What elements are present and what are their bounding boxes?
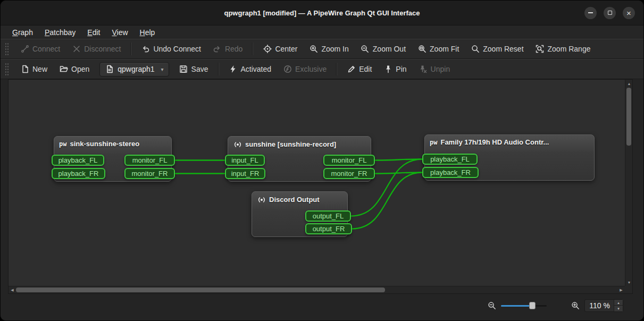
port-family-hd-audio-playback_FL[interactable]: playback_FL [422,154,478,165]
scroll-down-arrow[interactable]: ▼ [625,278,633,286]
center-icon [263,45,272,54]
scroll-right-arrow[interactable]: ▶ [617,286,625,294]
unpin-button[interactable]: Unpin [414,62,455,77]
toolbar-button-label: Zoom In [321,45,348,53]
activated-bolt-icon [229,65,238,74]
close-button[interactable]: × [623,7,635,19]
zoom-range-button[interactable]: Zoom Range [531,42,596,56]
scroll-up-arrow[interactable]: ▲ [625,80,633,87]
zoom-slider[interactable] [501,301,547,310]
graph-toolbar: ConnectDisconnectUndo ConnectRedoCenterZ… [1,39,643,59]
maximize-button[interactable] [604,7,616,19]
zoom-value: 110 % [589,301,614,310]
zoom-fit-button[interactable]: Zoom Fit [413,42,464,56]
exclusive-icon [283,65,292,74]
close-icon: × [626,9,631,17]
zoom-spin-down-button[interactable]: ▾ [614,306,623,311]
toolbar-button-label: Activated [241,65,272,73]
save-icon [179,65,188,74]
redo-button[interactable]: Redo [208,42,247,56]
toolbar-button-label: Open [71,65,89,73]
scroll-left-arrow[interactable]: ◀ [9,286,16,294]
edit-button[interactable]: Edit [342,62,377,77]
toolbar-separator [252,43,253,55]
toolbar-button-label: Redo [225,45,242,53]
toolbar-button-label: Zoom Fit [430,45,459,53]
menu-view[interactable]: View [106,27,133,38]
port-sink-sunshine-stereo-playback_FL[interactable]: playback_FL [52,155,104,166]
canvas-frame: pwsink-sunshine-stereoplayback_FLplaybac… [8,79,633,294]
undo-connect-button[interactable]: Undo Connect [136,42,206,56]
zoom-slider-handle[interactable] [529,302,536,309]
port-sunshine-monitor_FR[interactable]: monitor_FR [323,168,375,179]
toolbar-button-label: Exclusive [295,65,327,73]
center-button[interactable]: Center [258,42,302,56]
vertical-scroll-thumb[interactable] [626,88,631,146]
toolbar-separator [336,63,337,75]
toolbar-button-label: Zoom Out [373,45,406,53]
connect-button[interactable]: Connect [15,42,65,56]
disconnect-button[interactable]: Disconnect [67,42,126,56]
graph-canvas[interactable]: pwsink-sunshine-stereoplayback_FLplaybac… [9,80,625,286]
zoom-range-icon [536,45,545,54]
node-title: pwsink-sunshine-stereo [54,137,171,151]
scrollbar-corner [625,286,632,293]
vertical-scrollbar[interactable]: ▲ ▼ [625,80,632,286]
node-title: pwFamily 17h/19h HD Audio Contr... [425,135,594,149]
minimize-button[interactable] [584,7,597,19]
node-title-text: Family 17h/19h HD Audio Contr... [440,138,549,146]
node-title-text: Discord Output [269,196,320,204]
undo-icon [141,45,150,54]
node-title-text: sink-sunshine-stereo [70,140,139,148]
port-sunshine-monitor_FL[interactable]: monitor_FL [323,155,375,166]
port-sink-sunshine-stereo-monitor_FL[interactable]: monitor_FL [124,155,175,166]
port-discord-output-output_FR[interactable]: output_FR [305,223,352,234]
zoom-out-button[interactable]: Zoom Out [356,42,411,56]
open-button[interactable]: Open [54,62,94,77]
toolbar-button-label: Pin [396,65,406,73]
port-family-hd-audio-playback_FR[interactable]: playback_FR [422,167,479,178]
status-bar: 110 % ▴ ▾ [1,294,643,320]
activated-button[interactable]: Activated [224,62,277,77]
port-sink-sunshine-stereo-playback_FR[interactable]: playback_FR [52,168,105,179]
horizontal-scrollbar[interactable]: ◀ ▶ [9,286,625,293]
toolbar-button-label: Save [191,65,208,73]
node-title: sunshine [sunshine-record] [228,137,371,152]
title-bar[interactable]: qpwgraph1 [modified] — A PipeWire Graph … [1,1,643,26]
new-button[interactable]: New [15,62,52,77]
toolbar-separator [218,63,219,75]
save-button[interactable]: Save [174,62,213,77]
speaker-icon [257,195,266,204]
toolbar-button-label: Connect [32,45,60,53]
patchbay-combo-value: qpwgraph1 [118,65,154,73]
port-sink-sunshine-stereo-monitor_FR[interactable]: monitor_FR [124,168,175,179]
port-sunshine-input_FR[interactable]: input_FR [225,168,265,179]
menu-patchbay[interactable]: Patchbay [39,27,81,38]
toolbar-separator [130,43,131,55]
port-discord-output-output_FL[interactable]: output_FL [305,210,351,222]
menu-bar: GraphPatchbayEditViewHelp [1,26,643,39]
horizontal-scroll-thumb[interactable] [16,288,385,292]
toolbar-button-label: Undo Connect [153,45,201,53]
patchbay-combo[interactable]: qpwgraph1▾ [99,62,169,77]
patchbay-toolbar: NewOpenqpwgraph1▾SaveActivatedExclusiveE… [1,59,643,79]
menu-edit[interactable]: Edit [82,27,105,38]
menu-help[interactable]: Help [135,27,161,38]
zoom-fit-icon [417,45,426,54]
window-title: qpwgraph1 [modified] — A PipeWire Graph … [224,9,420,17]
exclusive-button[interactable]: Exclusive [278,62,331,77]
zoom-spin-up-button[interactable]: ▴ [614,300,623,306]
zoom-spinbox[interactable]: 110 % ▴ ▾ [584,299,623,312]
toolbar-drag-handle[interactable] [5,63,9,75]
menu-graph[interactable]: Graph [7,27,38,38]
zoom-in-icon [309,45,318,54]
port-sunshine-input_FL[interactable]: input_FL [225,155,265,166]
zoom-out-icon[interactable] [487,301,496,310]
zoom-reset-button[interactable]: Zoom Reset [466,42,528,56]
minimize-icon [588,12,593,13]
pin-button[interactable]: Pin [379,62,411,77]
zoom-controls: 110 % ▴ ▾ [487,299,623,312]
zoom-in-icon[interactable] [571,301,580,310]
toolbar-drag-handle[interactable] [5,43,9,55]
zoom-in-button[interactable]: Zoom In [304,42,353,56]
